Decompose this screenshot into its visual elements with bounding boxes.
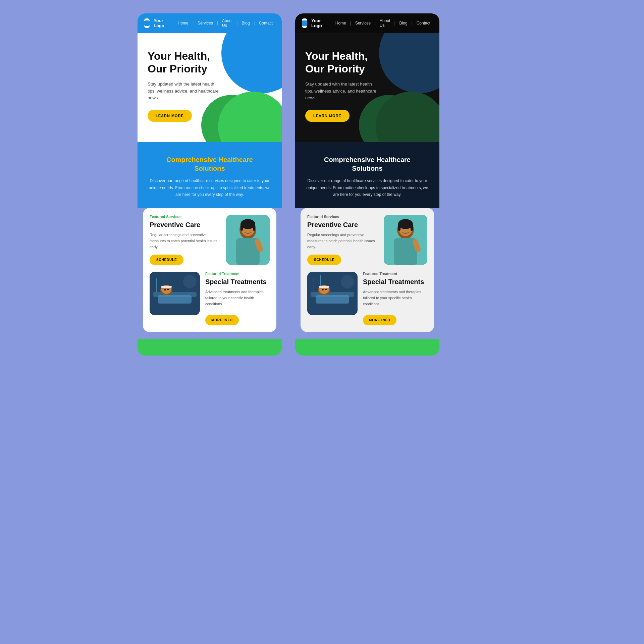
svg-point-18: [164, 289, 166, 290]
nav-links-light: Home | Services | About Us | Blog | Cont…: [174, 18, 277, 28]
solutions-desc-dark: Discover our range of healthcare service…: [305, 177, 429, 198]
schedule-button-dark[interactable]: SCHEDULE: [307, 255, 341, 265]
hero-subtitle-dark: Stay updated with the latest health tips…: [305, 81, 379, 102]
svg-rect-17: [158, 295, 192, 304]
solutions-section-dark: Comprehensive HealthcareSolutions Discov…: [295, 142, 439, 208]
nav-services-light[interactable]: Services: [194, 21, 217, 25]
preventive-image-dark: [384, 215, 427, 265]
card-light: Your Logo Home | Services | About Us | B…: [138, 13, 282, 356]
nav-bar-dark: Your Logo Home | Services | About Us | B…: [295, 13, 439, 33]
featured-treatment-label-dark: Featured Treatment: [363, 272, 427, 276]
preventive-title-dark: Preventive Care: [307, 221, 378, 229]
bottom-strip-light: Patient Testimonials: [138, 339, 282, 356]
logo-icon-light: [144, 18, 150, 28]
preventive-section-light: Featured Services Preventive Care Regula…: [143, 208, 276, 272]
logo-text-dark: Your Logo: [311, 18, 322, 28]
hero-title-light: Your Health,Our Priority: [148, 50, 272, 75]
schedule-button-light[interactable]: SCHEDULE: [150, 255, 183, 265]
hero-content-light: Your Health,Our Priority Stay updated wi…: [138, 33, 282, 142]
more-info-button-dark[interactable]: MORE INFO: [363, 315, 396, 325]
treatment-desc-light: Advanced treatments and therapies tailor…: [205, 289, 270, 307]
nav-bar-light: Your Logo Home | Services | About Us | B…: [138, 13, 282, 33]
logo-text-light: Your Logo: [154, 18, 164, 28]
more-info-button-light[interactable]: MORE INFO: [205, 315, 239, 325]
nav-about-light[interactable]: About Us: [218, 18, 236, 28]
preventive-info-light: Featured Services Preventive Care Regula…: [150, 215, 221, 265]
preventive-desc-light: Regular screenings and preventive measur…: [150, 232, 221, 250]
featured-treatment-label-light: Featured Treatment: [205, 272, 270, 276]
svg-rect-0: [144, 20, 150, 26]
svg-rect-36: [319, 286, 329, 288]
svg-rect-26: [398, 224, 400, 231]
preventive-desc-dark: Regular screenings and preventive measur…: [307, 232, 378, 250]
solutions-desc-light: Discover our range of healthcare service…: [148, 177, 272, 198]
treatment-title-light: Special Treatments: [205, 278, 270, 286]
featured-services-label-light: Featured Services: [150, 215, 221, 219]
preventive-title-light: Preventive Care: [150, 221, 221, 229]
solutions-title-light: Comprehensive HealthcareSolutions: [148, 155, 272, 173]
svg-rect-20: [302, 20, 307, 26]
svg-point-33: [341, 275, 354, 288]
hero-subtitle-light: Stay updated with the latest health tips…: [148, 81, 221, 102]
bottom-strip-dark: Patient Testimonials: [295, 339, 439, 356]
solutions-title-dark: Comprehensive HealthcareSolutions: [305, 155, 429, 173]
treatments-section-light: Featured Treatment Special Treatments Ad…: [143, 272, 276, 332]
nav-home-light[interactable]: Home: [174, 21, 193, 25]
nav-blog-dark[interactable]: Blog: [395, 21, 412, 25]
preventive-section-dark: Featured Services Preventive Care Regula…: [301, 208, 434, 272]
preventive-info-dark: Featured Services Preventive Care Regula…: [307, 215, 378, 265]
learn-more-button-light[interactable]: LEARN MORE: [148, 110, 192, 122]
treatment-image-dark: [307, 272, 358, 315]
treatments-section-dark: Featured Treatment Special Treatments Ad…: [301, 272, 434, 332]
featured-services-label-dark: Featured Services: [307, 215, 378, 219]
nav-contact-light[interactable]: Contact: [255, 21, 277, 25]
nav-home-dark[interactable]: Home: [331, 21, 350, 25]
treatment-info-light: Featured Treatment Special Treatments Ad…: [205, 272, 270, 325]
nav-about-dark[interactable]: About Us: [376, 18, 394, 28]
svg-point-38: [322, 289, 324, 290]
svg-rect-27: [411, 224, 413, 231]
svg-point-19: [167, 289, 169, 290]
nav-blog-light[interactable]: Blog: [238, 21, 254, 25]
nav-links-dark: Home | Services | About Us | Blog | Cont…: [331, 18, 434, 28]
nav-contact-dark[interactable]: Contact: [413, 21, 434, 25]
learn-more-button-dark[interactable]: LEARN MORE: [305, 110, 350, 122]
treatment-image-light: [150, 272, 200, 315]
hero-section-dark: Your Health,Our Priority Stay updated wi…: [295, 33, 439, 142]
svg-rect-6: [240, 224, 243, 231]
svg-point-13: [183, 275, 197, 288]
site-wrapper: Your Logo Home | Services | About Us | B…: [138, 13, 506, 356]
logo-icon-dark: [302, 18, 307, 28]
preventive-image-light: [226, 215, 270, 265]
svg-rect-16: [161, 286, 172, 288]
treatment-title-dark: Special Treatments: [363, 278, 427, 286]
services-card-light: Featured Services Preventive Care Regula…: [143, 208, 276, 332]
services-card-dark: Featured Services Preventive Care Regula…: [301, 208, 434, 332]
hero-section-light: Your Health,Our Priority Stay updated wi…: [138, 33, 282, 142]
hero-content-dark: Your Health,Our Priority Stay updated wi…: [295, 33, 439, 142]
card-dark: Your Logo Home | Services | About Us | B…: [295, 13, 439, 356]
nav-services-dark[interactable]: Services: [351, 21, 375, 25]
svg-point-39: [325, 289, 327, 290]
svg-rect-7: [253, 224, 255, 231]
hero-title-dark: Your Health,Our Priority: [305, 50, 429, 75]
treatment-desc-dark: Advanced treatments and therapies tailor…: [363, 289, 427, 307]
treatment-info-dark: Featured Treatment Special Treatments Ad…: [363, 272, 427, 325]
svg-rect-37: [316, 295, 349, 304]
solutions-section-light: Comprehensive HealthcareSolutions Discov…: [138, 142, 282, 208]
